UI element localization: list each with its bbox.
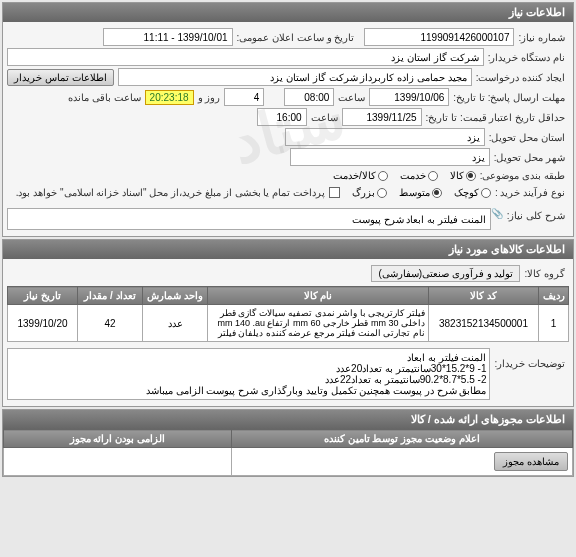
info-panel-body: شماره نیاز: 1199091426000107 تاریخ و ساع…	[3, 22, 573, 236]
radio-label: کالا/خدمت	[333, 170, 376, 181]
docs-panel-header: اطلاعات مجوزهای ارائه شده / کالا	[3, 410, 573, 429]
radio-label: بزرگ	[352, 187, 375, 198]
budget-label: طبقه بندی موضوعی:	[476, 168, 569, 183]
payment-note: پرداخت تمام یا بخشی از مبلغ خرید،از محل …	[12, 185, 329, 200]
delivery-city: یزد	[290, 148, 490, 166]
docs-header-row: اعلام وضعیت مجوز توسط تامین کننده الزامی…	[4, 430, 573, 448]
price-time: 16:00	[257, 108, 307, 126]
cell-date: 1399/10/20	[8, 305, 78, 342]
radio-icon	[481, 188, 491, 198]
cell-idx: 1	[539, 305, 569, 342]
remaining-label: ساعت باقی مانده	[64, 90, 145, 105]
group-value: تولید و فرآوری صنعتی(سفارشی)	[371, 265, 520, 282]
docs-panel: اطلاعات مجوزهای ارائه شده / کالا اعلام و…	[2, 409, 574, 477]
general-desc-label: شرح کلی نیاز:	[503, 208, 569, 223]
radio-label: متوسط	[399, 187, 430, 198]
radio-icon	[432, 188, 442, 198]
docs-table: اعلام وضعیت مجوز توسط تامین کننده الزامی…	[3, 429, 573, 476]
creator-label: ایجاد کننده درخواست:	[472, 70, 569, 85]
confirm-status-header: اعلام وضعیت مجوز توسط تامین کننده	[231, 430, 572, 448]
cell-code: 3823152134500001	[429, 305, 539, 342]
info-panel-header: اطلاعات نیاز	[3, 3, 573, 22]
countdown-timer: 20:23:18	[145, 90, 194, 105]
radio-label: کالا	[450, 170, 464, 181]
reply-time: 08:00	[284, 88, 334, 106]
radio-icon	[378, 171, 388, 181]
col-name: نام کالا	[208, 287, 429, 305]
purchase-large-radio[interactable]: بزرگ	[352, 187, 387, 198]
treasury-checkbox[interactable]	[329, 187, 340, 198]
cell-name: فیلتر کارتریجی با واشر نمدی تصفیه سیالات…	[208, 305, 429, 342]
goods-panel-header: اطلاعات کالاهای مورد نیاز	[3, 240, 573, 259]
delivery-province: یزد	[285, 128, 485, 146]
creator-value: مجید حمامی زاده کاربرداز شرکت گاز استان …	[118, 68, 472, 86]
purchase-radio-group: کوچک متوسط بزرگ	[352, 187, 491, 198]
time-label-1: ساعت	[334, 90, 369, 105]
delivery-city-label: شهر محل تحویل:	[490, 150, 569, 165]
col-idx: ردیف	[539, 287, 569, 305]
reply-deadline-label: مهلت ارسال پاسخ: تا تاریخ:	[449, 90, 569, 105]
table-row[interactable]: 1 3823152134500001 فیلتر کارتریجی با واش…	[8, 305, 569, 342]
attachment-icon[interactable]: 📎	[491, 208, 503, 219]
days-remaining: 4	[224, 88, 264, 106]
announce-value: 1399/10/01 - 11:11	[103, 28, 233, 46]
need-no-value: 1199091426000107	[364, 28, 514, 46]
radio-icon	[428, 171, 438, 181]
delivery-province-label: استان محل تحویل:	[485, 130, 569, 145]
announce-label: تاریخ و ساعت اعلان عمومی:	[233, 30, 359, 45]
price-date: 1399/11/25	[342, 108, 422, 126]
price-deadline-label: حداقل تاریخ اعتبار قیمت: تا تاریخ:	[422, 110, 569, 125]
budget-goods-radio[interactable]: کالا	[450, 170, 476, 181]
required-header: الزامی بودن ارائه مجوز	[4, 430, 232, 448]
cell-unit: عدد	[143, 305, 208, 342]
reply-date: 1399/10/06	[369, 88, 449, 106]
required-cell	[4, 448, 232, 476]
group-label: گروه کالا:	[520, 266, 569, 281]
col-qty: تعداد / مقدار	[78, 287, 143, 305]
docs-row: مشاهده مجوز	[4, 448, 573, 476]
cell-qty: 42	[78, 305, 143, 342]
buyer-label: نام دستگاه خریدار:	[484, 50, 569, 65]
col-date: تاریخ نیاز	[8, 287, 78, 305]
table-header-row: ردیف کد کالا نام کالا واحد شمارش تعداد /…	[8, 287, 569, 305]
buyer-notes-value: المنت فیلتر به ابعاد 1- 9*15.2*30سانتیمت…	[7, 348, 490, 400]
budget-radio-group: کالا خدمت کالا/خدمت	[333, 170, 476, 181]
docs-panel-body: اعلام وضعیت مجوز توسط تامین کننده الزامی…	[3, 429, 573, 476]
buyer-value: شرکت گاز استان یزد	[7, 48, 484, 66]
info-panel: اطلاعات نیاز شماره نیاز: 119909142600010…	[2, 2, 574, 237]
radio-label: خدمت	[400, 170, 426, 181]
goods-panel: اطلاعات کالاهای مورد نیاز گروه کالا: تول…	[2, 239, 574, 407]
radio-label: کوچک	[454, 187, 479, 198]
time-label-2: ساعت	[307, 110, 342, 125]
contact-buyer-button[interactable]: اطلاعات تماس خریدار	[7, 69, 114, 86]
view-license-button[interactable]: مشاهده مجوز	[494, 452, 568, 471]
days-label: روز و	[194, 90, 225, 105]
radio-icon	[466, 171, 476, 181]
purchase-type-label: نوع فرآیند خرید :	[491, 185, 569, 200]
buyer-notes-label: توضیحات خریدار:	[490, 348, 569, 371]
purchase-medium-radio[interactable]: متوسط	[399, 187, 442, 198]
col-code: کد کالا	[429, 287, 539, 305]
goods-table: ردیف کد کالا نام کالا واحد شمارش تعداد /…	[7, 286, 569, 342]
goods-panel-body: گروه کالا: تولید و فرآوری صنعتی(سفارشی) …	[3, 259, 573, 406]
col-unit: واحد شمارش	[143, 287, 208, 305]
radio-icon	[377, 188, 387, 198]
budget-both-radio[interactable]: کالا/خدمت	[333, 170, 388, 181]
budget-service-radio[interactable]: خدمت	[400, 170, 438, 181]
purchase-small-radio[interactable]: کوچک	[454, 187, 491, 198]
need-no-label: شماره نیاز:	[514, 30, 569, 45]
general-desc-value: المنت فیلتر به ابعاد شرح پیوست	[7, 208, 491, 230]
